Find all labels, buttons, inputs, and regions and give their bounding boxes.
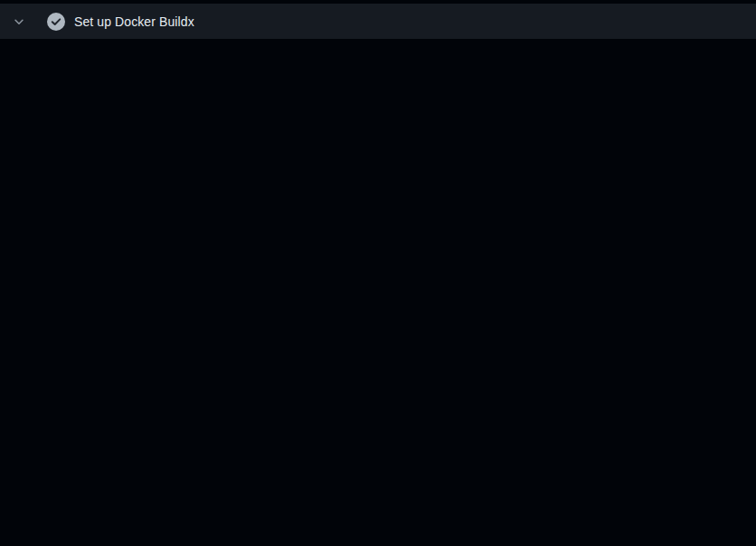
log-line: 128 "platforms": "linux/amd64,linux/amd6… bbox=[0, 377, 756, 395]
log-area: 1▶Run ./ 7▶Docker info 94▼Buildx version… bbox=[0, 39, 756, 540]
check-circle-icon bbox=[47, 13, 65, 31]
log-line: 132 "driver": "docker-container", bbox=[0, 449, 756, 467]
log-line: 124 "endpoint": "unix:///var/run/docker.… bbox=[0, 305, 756, 323]
step-title: Set up Docker Buildx bbox=[74, 14, 194, 29]
log-line[interactable]: 1▶Run ./ bbox=[0, 52, 756, 70]
log-line: 99builder-d9cfb5a1-c764-445a-a57e-0b19d2… bbox=[0, 178, 756, 196]
log-line: 133 "lastActivity": "2023-02-25T11:58:12… bbox=[0, 467, 756, 485]
log-line: 121 "nodes": [ bbox=[0, 250, 756, 268]
log-line: 127 "buildkit": "v0.11.3", bbox=[0, 359, 756, 377]
log-line[interactable]: 119▼Inspect builder bbox=[0, 214, 756, 232]
log-line: 126 "buildkitd-flags": "--allow-insecure… bbox=[0, 341, 756, 359]
log-line: 120{ bbox=[0, 232, 756, 250]
log-line: 98/usr/bin/docker buildx create --name b… bbox=[0, 160, 756, 178]
log-line[interactable]: 135▼BuildKit version bbox=[0, 504, 756, 522]
log-line: 96github.com/docker/buildx 0.10.3+azure-… bbox=[0, 124, 756, 142]
actions-log-viewer: Set up Docker Buildx 1▶Run ./ 7▶Docker i… bbox=[0, 0, 756, 546]
log-line[interactable]: 100▶Booting builder bbox=[0, 196, 756, 214]
chevron-down-icon[interactable] bbox=[13, 15, 25, 28]
log-line: 129 } bbox=[0, 395, 756, 413]
log-line: 134} bbox=[0, 485, 756, 504]
log-line: 131 "name": "builder-d9cfb5a1-c764-445a-… bbox=[0, 431, 756, 449]
log-line: 123 "name": "builder-d9cfb5a1-c764-445a-… bbox=[0, 287, 756, 305]
log-line: 122 { bbox=[0, 268, 756, 287]
log-line: 125 "status": "running", bbox=[0, 323, 756, 341]
log-line[interactable]: 97▼Creating a new builder instance bbox=[0, 142, 756, 160]
log-line: 136builder-d9cfb5a1-c764-445a-a57e-0b19d… bbox=[0, 522, 756, 540]
log-line: 95/usr/bin/docker buildx version bbox=[0, 106, 756, 124]
log-line[interactable]: 7▶Docker info bbox=[0, 70, 756, 88]
log-line[interactable]: 94▼Buildx version bbox=[0, 88, 756, 106]
log-line: 130 ], bbox=[0, 413, 756, 431]
step-header[interactable]: Set up Docker Buildx bbox=[0, 4, 756, 39]
